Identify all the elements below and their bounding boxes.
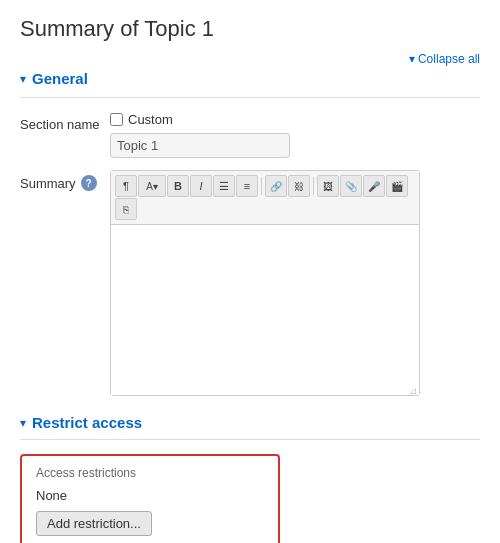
toolbar-video-btn[interactable]: 🎬 — [386, 175, 408, 197]
toolbar-format-btn[interactable]: ¶ — [115, 175, 137, 197]
restrict-chevron-icon: ▾ — [20, 416, 26, 430]
none-text: None — [36, 488, 264, 503]
toolbar-unlink-btn[interactable]: ⛓ — [288, 175, 310, 197]
collapse-all-link[interactable]: Collapse all — [409, 52, 480, 66]
custom-checkbox[interactable] — [110, 113, 123, 126]
summary-label-container: Summary ? — [20, 170, 110, 191]
editor-resize-handle: ⊿ — [409, 385, 419, 395]
summary-row: Summary ? ¶ A▾ B I ☰ ≡ 🔗 ⛓ 🖼 📎 — [20, 170, 480, 396]
access-restrictions-row: Access restrictions None Add restriction… — [20, 454, 480, 543]
general-section-header[interactable]: ▾ General — [20, 70, 480, 87]
toolbar-ol-btn[interactable]: ≡ — [236, 175, 258, 197]
toolbar-italic-btn[interactable]: I — [190, 175, 212, 197]
toolbar-bold-btn[interactable]: B — [167, 175, 189, 197]
editor-container: ¶ A▾ B I ☰ ≡ 🔗 ⛓ 🖼 📎 🎤 🎬 ⎘ — [110, 170, 420, 396]
summary-label: Summary — [20, 176, 76, 191]
restrict-divider — [20, 439, 480, 440]
editor-toolbar: ¶ A▾ B I ☰ ≡ 🔗 ⛓ 🖼 📎 🎤 🎬 ⎘ — [111, 171, 419, 225]
add-restriction-button[interactable]: Add restriction... — [36, 511, 152, 536]
summary-label-row: Summary ? — [20, 175, 110, 191]
custom-checkbox-row: Custom — [110, 112, 480, 127]
custom-checkbox-label: Custom — [128, 112, 173, 127]
topic-input[interactable] — [110, 133, 290, 158]
summary-info-icon[interactable]: ? — [81, 175, 97, 191]
toolbar-image-btn[interactable]: 🖼 — [317, 175, 339, 197]
general-chevron-icon: ▾ — [20, 72, 26, 86]
toolbar-audio-btn[interactable]: 🎤 — [363, 175, 385, 197]
restrict-section-header[interactable]: ▾ Restrict access — [20, 414, 480, 431]
general-divider — [20, 97, 480, 98]
access-restrictions-label: Access restrictions — [36, 466, 264, 480]
toolbar-sep-2 — [313, 177, 314, 195]
general-section-title: General — [32, 70, 88, 87]
editor-body[interactable]: ⊿ — [111, 225, 419, 395]
summary-editor-container: ¶ A▾ B I ☰ ≡ 🔗 ⛓ 🖼 📎 🎤 🎬 ⎘ — [110, 170, 480, 396]
toolbar-sep-1 — [261, 177, 262, 195]
page-container: Summary of Topic 1 Collapse all ▾ Genera… — [0, 0, 500, 543]
toolbar-media-btn[interactable]: 📎 — [340, 175, 362, 197]
page-title: Summary of Topic 1 — [20, 16, 480, 42]
collapse-all-row: Collapse all — [20, 52, 480, 66]
section-name-label: Section name — [20, 112, 110, 132]
toolbar-link-btn[interactable]: 🔗 — [265, 175, 287, 197]
toolbar-embed-btn[interactable]: ⎘ — [115, 198, 137, 220]
toolbar-font-btn[interactable]: A▾ — [138, 175, 166, 197]
restrict-access-section: ▾ Restrict access Access restrictions No… — [20, 414, 480, 543]
access-restrictions-box: Access restrictions None Add restriction… — [20, 454, 280, 543]
restrict-section-title: Restrict access — [32, 414, 142, 431]
section-name-row: Section name Custom — [20, 112, 480, 158]
section-name-control: Custom — [110, 112, 480, 158]
toolbar-ul-btn[interactable]: ☰ — [213, 175, 235, 197]
